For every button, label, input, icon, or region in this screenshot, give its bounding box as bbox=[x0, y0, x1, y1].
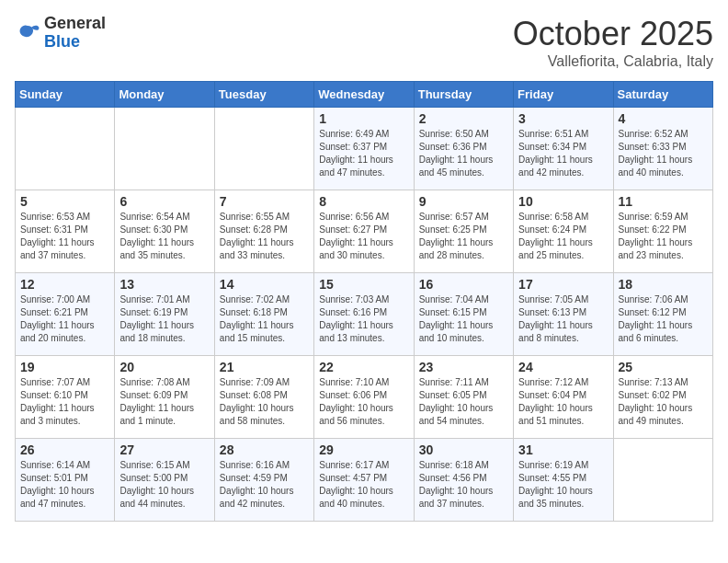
day-info: Sunrise: 6:17 AM Sunset: 4:57 PM Dayligh… bbox=[319, 459, 408, 511]
day-number: 31 bbox=[518, 442, 608, 457]
day-info: Sunrise: 7:04 AM Sunset: 6:15 PM Dayligh… bbox=[419, 293, 508, 345]
calendar-subtitle: Vallefiorita, Calabria, Italy bbox=[513, 53, 713, 70]
day-info: Sunrise: 6:57 AM Sunset: 6:25 PM Dayligh… bbox=[419, 211, 508, 262]
day-number: 25 bbox=[619, 360, 708, 374]
day-info: Sunrise: 6:16 AM Sunset: 4:59 PM Dayligh… bbox=[220, 459, 309, 511]
calendar-cell: 5Sunrise: 6:53 AM Sunset: 6:31 PM Daylig… bbox=[16, 190, 115, 273]
day-number: 8 bbox=[319, 194, 408, 209]
day-number: 10 bbox=[518, 194, 608, 209]
day-number: 15 bbox=[319, 277, 408, 292]
calendar-cell: 31Sunrise: 6:19 AM Sunset: 4:55 PM Dayli… bbox=[514, 439, 613, 522]
day-number: 24 bbox=[518, 360, 608, 374]
day-number: 5 bbox=[20, 194, 109, 209]
day-number: 20 bbox=[119, 360, 209, 374]
day-info: Sunrise: 7:05 AM Sunset: 6:13 PM Dayligh… bbox=[518, 293, 608, 345]
calendar-cell: 22Sunrise: 7:10 AM Sunset: 6:06 PM Dayli… bbox=[314, 356, 414, 439]
calendar-cell: 23Sunrise: 7:11 AM Sunset: 6:05 PM Dayli… bbox=[414, 356, 513, 439]
calendar-cell bbox=[16, 108, 115, 190]
calendar-cell: 3Sunrise: 6:51 AM Sunset: 6:34 PM Daylig… bbox=[514, 108, 613, 190]
day-info: Sunrise: 7:09 AM Sunset: 6:08 PM Dayligh… bbox=[220, 376, 309, 428]
day-number: 12 bbox=[20, 277, 109, 292]
day-number: 21 bbox=[220, 360, 309, 374]
day-number: 28 bbox=[220, 442, 309, 457]
calendar-cell: 29Sunrise: 6:17 AM Sunset: 4:57 PM Dayli… bbox=[314, 439, 414, 522]
day-number: 14 bbox=[220, 277, 309, 292]
day-info: Sunrise: 6:54 AM Sunset: 6:30 PM Dayligh… bbox=[119, 211, 209, 262]
calendar-cell: 27Sunrise: 6:15 AM Sunset: 5:00 PM Dayli… bbox=[115, 439, 214, 522]
logo-bird-icon bbox=[15, 20, 40, 46]
day-number: 18 bbox=[619, 277, 708, 292]
day-info: Sunrise: 7:00 AM Sunset: 6:21 PM Dayligh… bbox=[20, 293, 109, 345]
calendar-cell bbox=[214, 108, 313, 190]
day-number: 1 bbox=[319, 111, 408, 126]
day-info: Sunrise: 6:58 AM Sunset: 6:24 PM Dayligh… bbox=[518, 211, 608, 262]
calendar-cell: 10Sunrise: 6:58 AM Sunset: 6:24 PM Dayli… bbox=[514, 190, 613, 273]
header-saturday: Saturday bbox=[613, 82, 712, 108]
day-info: Sunrise: 6:19 AM Sunset: 4:55 PM Dayligh… bbox=[518, 459, 608, 511]
day-number: 17 bbox=[518, 277, 608, 292]
week-row-0: 1Sunrise: 6:49 AM Sunset: 6:37 PM Daylig… bbox=[16, 108, 713, 190]
calendar-cell: 18Sunrise: 7:06 AM Sunset: 6:12 PM Dayli… bbox=[613, 273, 712, 356]
header-friday: Friday bbox=[514, 82, 613, 108]
logo-blue: Blue bbox=[44, 33, 106, 52]
day-number: 13 bbox=[119, 277, 209, 292]
day-info: Sunrise: 6:49 AM Sunset: 6:37 PM Dayligh… bbox=[319, 128, 408, 179]
day-number: 4 bbox=[619, 111, 708, 126]
calendar-cell: 15Sunrise: 7:03 AM Sunset: 6:16 PM Dayli… bbox=[314, 273, 414, 356]
day-info: Sunrise: 6:52 AM Sunset: 6:33 PM Dayligh… bbox=[619, 128, 708, 179]
day-number: 16 bbox=[419, 277, 508, 292]
header-tuesday: Tuesday bbox=[214, 82, 313, 108]
week-row-4: 26Sunrise: 6:14 AM Sunset: 5:01 PM Dayli… bbox=[16, 439, 713, 522]
day-info: Sunrise: 7:02 AM Sunset: 6:18 PM Dayligh… bbox=[220, 293, 309, 345]
calendar-title: October 2025 bbox=[513, 15, 713, 53]
week-row-2: 12Sunrise: 7:00 AM Sunset: 6:21 PM Dayli… bbox=[16, 273, 713, 356]
day-info: Sunrise: 7:01 AM Sunset: 6:19 PM Dayligh… bbox=[119, 293, 209, 345]
day-number: 2 bbox=[419, 111, 508, 126]
calendar-cell: 6Sunrise: 6:54 AM Sunset: 6:30 PM Daylig… bbox=[115, 190, 214, 273]
day-number: 27 bbox=[119, 442, 209, 457]
day-info: Sunrise: 7:03 AM Sunset: 6:16 PM Dayligh… bbox=[319, 293, 408, 345]
calendar-cell: 21Sunrise: 7:09 AM Sunset: 6:08 PM Dayli… bbox=[214, 356, 313, 439]
calendar-cell: 24Sunrise: 7:12 AM Sunset: 6:04 PM Dayli… bbox=[514, 356, 613, 439]
header-monday: Monday bbox=[115, 82, 214, 108]
day-number: 23 bbox=[419, 360, 508, 374]
week-row-3: 19Sunrise: 7:07 AM Sunset: 6:10 PM Dayli… bbox=[16, 356, 713, 439]
calendar-cell: 13Sunrise: 7:01 AM Sunset: 6:19 PM Dayli… bbox=[115, 273, 214, 356]
calendar-table: SundayMondayTuesdayWednesdayThursdayFrid… bbox=[15, 81, 713, 522]
day-number: 30 bbox=[419, 442, 508, 457]
day-info: Sunrise: 7:13 AM Sunset: 6:02 PM Dayligh… bbox=[619, 376, 708, 428]
day-number: 6 bbox=[119, 194, 209, 209]
day-number: 7 bbox=[220, 194, 309, 209]
day-info: Sunrise: 7:07 AM Sunset: 6:10 PM Dayligh… bbox=[20, 376, 109, 428]
title-block: October 2025 Vallefiorita, Calabria, Ita… bbox=[513, 15, 713, 70]
header-sunday: Sunday bbox=[16, 82, 115, 108]
calendar-cell: 17Sunrise: 7:05 AM Sunset: 6:13 PM Dayli… bbox=[514, 273, 613, 356]
header-wednesday: Wednesday bbox=[314, 82, 414, 108]
calendar-cell: 26Sunrise: 6:14 AM Sunset: 5:01 PM Dayli… bbox=[16, 439, 115, 522]
calendar-cell: 28Sunrise: 6:16 AM Sunset: 4:59 PM Dayli… bbox=[214, 439, 313, 522]
calendar-cell: 14Sunrise: 7:02 AM Sunset: 6:18 PM Dayli… bbox=[214, 273, 313, 356]
day-info: Sunrise: 6:56 AM Sunset: 6:27 PM Dayligh… bbox=[319, 211, 408, 262]
day-number: 29 bbox=[319, 442, 408, 457]
day-info: Sunrise: 6:50 AM Sunset: 6:36 PM Dayligh… bbox=[419, 128, 508, 179]
day-info: Sunrise: 7:08 AM Sunset: 6:09 PM Dayligh… bbox=[119, 376, 209, 428]
calendar-cell: 7Sunrise: 6:55 AM Sunset: 6:28 PM Daylig… bbox=[214, 190, 313, 273]
calendar-cell: 4Sunrise: 6:52 AM Sunset: 6:33 PM Daylig… bbox=[613, 108, 712, 190]
calendar-cell bbox=[613, 439, 712, 522]
day-info: Sunrise: 6:55 AM Sunset: 6:28 PM Dayligh… bbox=[220, 211, 309, 262]
week-row-1: 5Sunrise: 6:53 AM Sunset: 6:31 PM Daylig… bbox=[16, 190, 713, 273]
day-number: 11 bbox=[619, 194, 708, 209]
day-info: Sunrise: 7:12 AM Sunset: 6:04 PM Dayligh… bbox=[518, 376, 608, 428]
day-number: 26 bbox=[20, 442, 109, 457]
day-info: Sunrise: 7:11 AM Sunset: 6:05 PM Dayligh… bbox=[419, 376, 508, 428]
calendar-cell: 30Sunrise: 6:18 AM Sunset: 4:56 PM Dayli… bbox=[414, 439, 513, 522]
day-number: 22 bbox=[319, 360, 408, 374]
calendar-cell: 12Sunrise: 7:00 AM Sunset: 6:21 PM Dayli… bbox=[16, 273, 115, 356]
calendar-cell: 20Sunrise: 7:08 AM Sunset: 6:09 PM Dayli… bbox=[115, 356, 214, 439]
day-number: 3 bbox=[518, 111, 608, 126]
day-info: Sunrise: 6:59 AM Sunset: 6:22 PM Dayligh… bbox=[619, 211, 708, 262]
calendar-cell: 1Sunrise: 6:49 AM Sunset: 6:37 PM Daylig… bbox=[314, 108, 414, 190]
calendar-cell: 2Sunrise: 6:50 AM Sunset: 6:36 PM Daylig… bbox=[414, 108, 513, 190]
calendar-header-row: SundayMondayTuesdayWednesdayThursdayFrid… bbox=[16, 82, 713, 108]
page-header: General Blue October 2025 Vallefiorita, … bbox=[15, 15, 713, 70]
